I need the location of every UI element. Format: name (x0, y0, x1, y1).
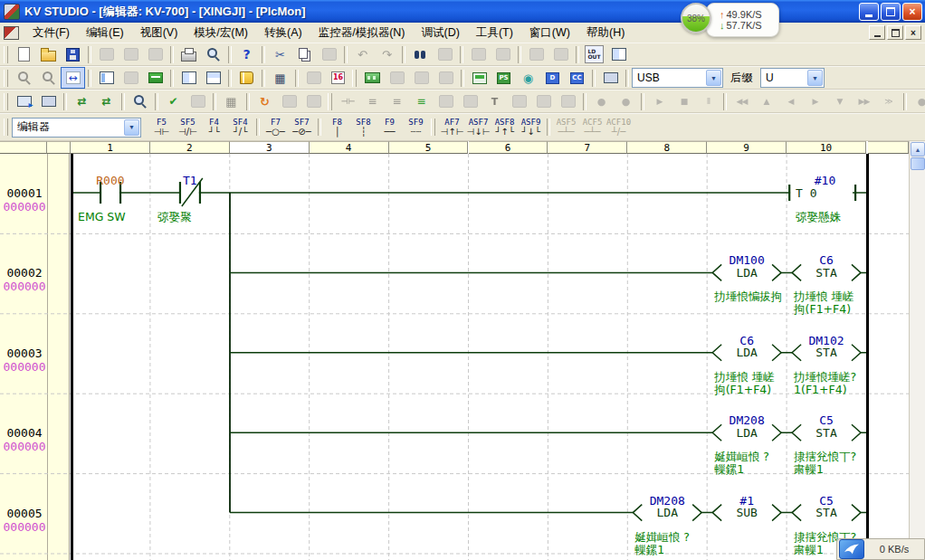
menu-help[interactable]: 帮助(H) (578, 24, 633, 43)
write-plc-button[interactable]: ⇄ (70, 90, 94, 112)
comm-monitor-button[interactable] (598, 67, 623, 89)
nc-contact-fkey-button[interactable]: SF5⊣/⊢ (175, 116, 201, 139)
suffix-combo[interactable]: U ▼ (760, 68, 825, 88)
import-c-button[interactable] (143, 43, 167, 65)
chevron-down-icon[interactable]: ▼ (124, 119, 139, 136)
tool-c-button[interactable] (524, 43, 548, 65)
delete-vertical-fkey-button[interactable]: SF8┆ (350, 116, 377, 139)
child-minimize-button[interactable] (869, 25, 885, 40)
device-comment-button[interactable] (301, 67, 326, 89)
plc-ps-button[interactable]: PS (491, 67, 516, 89)
ruler-blank-gutter[interactable] (47, 141, 71, 154)
trace-b-button[interactable] (458, 90, 482, 112)
refresh-comm-button[interactable]: ↻ (253, 90, 277, 112)
mem-c-button[interactable] (434, 67, 458, 89)
horizontal-line-fkey-button[interactable]: F9── (377, 116, 403, 139)
print-button[interactable] (176, 43, 201, 65)
new-button[interactable] (12, 43, 36, 65)
trace-a-button[interactable] (434, 90, 458, 112)
or-fall-contact-fkey-button[interactable]: ASF9┘↓└ (518, 116, 544, 139)
zoom-out-button[interactable] (12, 67, 36, 89)
comm-port-combo[interactable]: USB ▼ (632, 68, 723, 88)
editor-clear-button[interactable] (186, 90, 210, 112)
menu-file[interactable]: 文件(F) (24, 24, 78, 43)
step-last-button[interactable]: ▶▶ (852, 90, 876, 112)
ladder-canvas[interactable]: 00001000000R000EMG SWT1弶娶聚#10T 0弶娶懸姝0000… (0, 154, 909, 560)
gray-key-3-fkey-button[interactable]: ACF10┴/─ (606, 116, 632, 139)
ruler-column-7[interactable]: 7 (548, 141, 627, 154)
menu-view[interactable]: 视图(V) (132, 24, 186, 43)
fall-contact-fkey-button[interactable]: ASF7⊣↓⊢ (465, 116, 491, 139)
vertical-scrollbar[interactable]: ▲ ▼ (909, 141, 925, 560)
trace-e-button[interactable] (556, 90, 580, 112)
downloader-bird-icon[interactable] (839, 539, 864, 559)
ruler-column-3[interactable]: 3 (230, 141, 310, 154)
gray-key-2-fkey-button[interactable]: ACF5─┴─ (579, 116, 606, 139)
network-speed-bubble[interactable]: ↑49.9K/S ↓57.7K/S 38% (681, 1, 807, 37)
gray-key-1-fkey-button[interactable]: ASF5─┴─ (553, 116, 579, 139)
ruler-blank-right[interactable] (868, 141, 909, 154)
unit-editor-button[interactable]: ▦ (268, 67, 292, 89)
restore-button[interactable] (881, 3, 901, 21)
tile-windows-button[interactable] (201, 67, 225, 89)
out-coil-fkey-button[interactable]: F7─○─ (262, 116, 289, 139)
chevron-down-icon[interactable]: ▼ (807, 70, 823, 86)
read-plc-button[interactable]: ⇄ (94, 90, 119, 112)
close-button[interactable]: × (902, 3, 922, 21)
rise-contact-fkey-button[interactable]: AF7⊣↑⊢ (439, 116, 465, 139)
ld-out-list-button[interactable]: LD OUT (582, 43, 606, 65)
no-contact-fkey-button[interactable]: F5⊣⊢ (148, 116, 175, 139)
open-button[interactable] (36, 43, 61, 65)
tool-b-button[interactable] (491, 43, 515, 65)
menu-debug[interactable]: 调试(D) (414, 24, 468, 43)
undo-button[interactable]: ↶ (350, 43, 375, 65)
mem-b-button[interactable] (409, 67, 434, 89)
net-cc-button[interactable]: CC (565, 67, 589, 89)
menu-tools[interactable]: 工具(T) (468, 24, 521, 43)
rung-00004[interactable]: 00004000000DM208LDA娫媶峘悢 ?轈鏍1C5STA捸搳兊悢丅?粛… (4, 413, 866, 476)
import-a-button[interactable] (94, 43, 119, 65)
editor-check-button[interactable]: ✔ (161, 90, 186, 112)
document-window-icon[interactable] (4, 26, 19, 40)
paste-button[interactable] (317, 43, 341, 65)
monitor-grid-button[interactable]: ▦ (219, 90, 243, 112)
ruler-column-4[interactable]: 4 (310, 141, 389, 154)
print-preview-button[interactable] (201, 43, 225, 65)
ruler-column-2[interactable]: 2 (150, 141, 230, 154)
import-b-button[interactable] (119, 43, 143, 65)
ladder-editor-pane[interactable]: 12345678910 00001000000R000EMG SWT1弶娶聚#1… (0, 141, 909, 560)
verify-plc-button[interactable] (128, 90, 152, 112)
message-window-button[interactable] (119, 67, 143, 89)
comm-b-button[interactable] (301, 90, 326, 112)
comm-a-button[interactable] (277, 90, 301, 112)
tool-d-button[interactable] (548, 43, 573, 65)
calendar-set-button[interactable]: 16 (326, 67, 350, 89)
minimize-button[interactable] (859, 3, 879, 21)
step-prev-button[interactable]: ◀ (778, 90, 803, 112)
sim-run-button[interactable]: ▶ (647, 90, 672, 112)
rung-00005[interactable]: 00005000000DM208LDA娫媶峘悢 ?轈鏍1#1SUBC5STA捸搳… (4, 494, 866, 556)
menu-convert[interactable]: 转换(A) (256, 24, 310, 43)
save-button[interactable] (61, 43, 85, 65)
out-coil-not-fkey-button[interactable]: SF7─⊘─ (289, 116, 315, 139)
run-to-cursor-button[interactable]: ≫ (876, 90, 901, 112)
net-d-button[interactable]: D (540, 67, 565, 89)
menu-edit[interactable]: 编辑(E) (78, 24, 132, 43)
copy-button[interactable] (292, 43, 317, 65)
mem-a-button[interactable] (385, 67, 409, 89)
scroll-up-button[interactable]: ▲ (911, 142, 925, 157)
rec-b-button[interactable]: ● (614, 90, 638, 112)
ruler-column-8[interactable]: 8 (627, 141, 707, 154)
ruler-column-5[interactable]: 5 (389, 141, 469, 154)
pc-to-plc-button[interactable] (12, 90, 36, 112)
ruler-column-9[interactable]: 9 (707, 141, 787, 154)
vertical-line-fkey-button[interactable]: F8│ (324, 116, 350, 139)
find-button[interactable] (408, 43, 433, 65)
zoom-fit-button[interactable]: ↔ (61, 67, 85, 89)
ruler-blank-left[interactable] (0, 141, 47, 154)
step-first-button[interactable]: ◀◀ (730, 90, 754, 112)
project-window-button[interactable] (94, 67, 119, 89)
help-button[interactable]: ? (234, 43, 259, 65)
sim-pause-button[interactable]: Ⅱ (696, 90, 720, 112)
scroll-thumb[interactable] (911, 157, 925, 170)
